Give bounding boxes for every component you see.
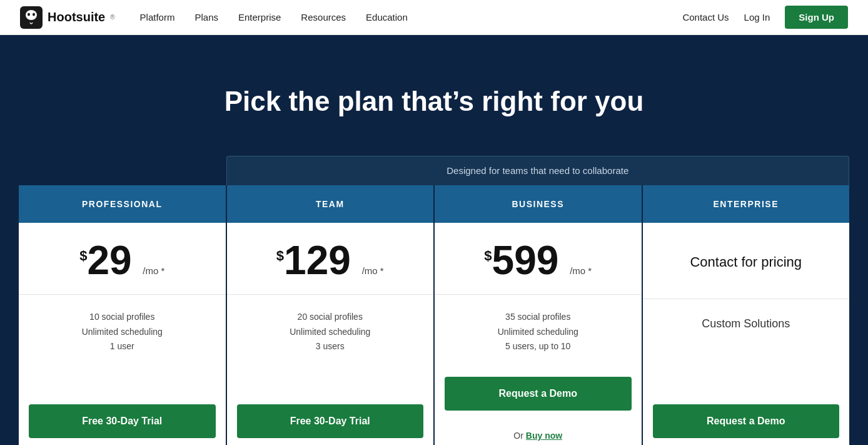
- plan-enterprise-header: ENTERPRISE: [643, 185, 850, 223]
- logo-trademark: ®: [110, 14, 114, 21]
- logo[interactable]: Hootsuite ®: [20, 6, 115, 29]
- navbar-nav: Platform Plans Enterprise Resources Educ…: [140, 12, 683, 23]
- business-buy-now-link[interactable]: Buy now: [526, 431, 562, 441]
- plan-business-price: $599 /mo *: [435, 223, 642, 295]
- plan-business-header: BUSINESS: [435, 185, 642, 223]
- contact-pricing-text: Contact for pricing: [653, 240, 840, 285]
- hootsuite-logo-icon: [20, 6, 43, 29]
- pricing-section: Designed for teams that need to collabor…: [0, 156, 868, 445]
- svg-point-1: [26, 10, 37, 20]
- navbar-actions: Contact Us Log In Sign Up: [682, 6, 848, 29]
- plan-enterprise-price: Contact for pricing: [643, 223, 850, 299]
- nav-enterprise[interactable]: Enterprise: [238, 12, 281, 23]
- team-banner-text: Designed for teams that need to collabor…: [447, 165, 628, 176]
- plan-business: BUSINESS $599 /mo * 35 social profiles U…: [435, 185, 642, 445]
- contact-us-link[interactable]: Contact Us: [682, 12, 729, 23]
- nav-resources[interactable]: Resources: [301, 12, 346, 23]
- signup-button[interactable]: Sign Up: [785, 6, 848, 29]
- plan-professional-cta: Free 30-Day Trial: [19, 397, 226, 445]
- professional-cta-button[interactable]: Free 30-Day Trial: [29, 404, 216, 438]
- plan-professional: PROFESSIONAL $29 /mo * 10 social profile…: [19, 185, 226, 445]
- svg-point-3: [33, 13, 35, 16]
- enterprise-cta-button[interactable]: Request a Demo: [653, 404, 840, 438]
- hero-title: Pick the plan that’s right for you: [215, 85, 653, 118]
- team-cta-button[interactable]: Free 30-Day Trial: [237, 404, 424, 438]
- plan-enterprise-features: Custom Solutions: [643, 299, 850, 397]
- login-link[interactable]: Log In: [744, 12, 770, 23]
- plan-professional-header: PROFESSIONAL: [19, 185, 226, 223]
- svg-point-2: [28, 13, 30, 16]
- nav-plans[interactable]: Plans: [194, 12, 218, 23]
- plan-team-header: TEAM: [227, 185, 434, 223]
- nav-education[interactable]: Education: [366, 12, 408, 23]
- plan-team-cta: Free 30-Day Trial: [227, 397, 434, 445]
- nav-platform[interactable]: Platform: [140, 12, 175, 23]
- business-cta-button[interactable]: Request a Demo: [445, 377, 632, 411]
- custom-solutions-text: Custom Solutions: [653, 314, 840, 334]
- plan-professional-features: 10 social profiles Unlimited scheduling …: [19, 295, 226, 397]
- plan-enterprise: ENTERPRISE Contact for pricing Custom So…: [643, 185, 850, 445]
- plan-business-features: 35 social profiles Unlimited scheduling …: [435, 295, 642, 369]
- plan-business-buy-now: Or Buy now: [435, 423, 642, 445]
- plans-grid: PROFESSIONAL $29 /mo * 10 social profile…: [19, 185, 849, 445]
- plan-team-price: $129 /mo *: [227, 223, 434, 295]
- plan-business-cta: Request a Demo: [435, 369, 642, 423]
- plan-enterprise-cta: Request a Demo: [643, 397, 850, 445]
- hero-section: Pick the plan that’s right for you: [0, 35, 868, 156]
- navbar: Hootsuite ® Platform Plans Enterprise Re…: [0, 0, 868, 35]
- plan-team: TEAM $129 /mo * 20 social profiles Unlim…: [227, 185, 434, 445]
- plan-professional-price: $29 /mo *: [19, 223, 226, 295]
- pricing-wrapper: Designed for teams that need to collabor…: [9, 156, 859, 445]
- logo-text: Hootsuite: [48, 10, 105, 24]
- plan-team-features: 20 social profiles Unlimited scheduling …: [227, 295, 434, 397]
